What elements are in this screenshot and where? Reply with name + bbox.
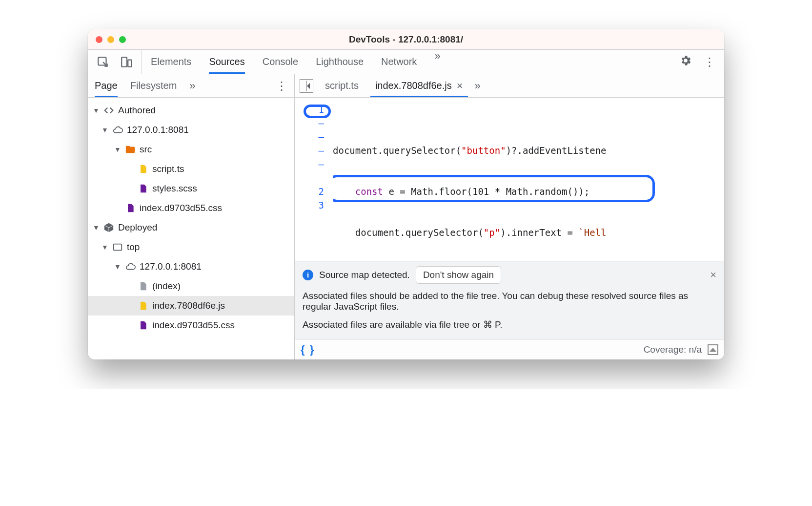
tree-label: src bbox=[140, 144, 152, 155]
pretty-print-icon[interactable]: { } bbox=[301, 343, 315, 356]
chevron-down-icon: ▼ bbox=[114, 263, 121, 271]
tab-sources[interactable]: Sources bbox=[209, 50, 244, 74]
tab-console[interactable]: Console bbox=[263, 50, 298, 74]
file-doc-icon bbox=[138, 281, 148, 292]
line-dash: – bbox=[295, 116, 324, 130]
file-js-icon bbox=[138, 300, 148, 311]
cloud-icon bbox=[112, 125, 123, 135]
inspect-element-icon[interactable] bbox=[97, 56, 109, 68]
tab-network[interactable]: Network bbox=[381, 50, 417, 74]
close-tab-icon[interactable]: × bbox=[457, 81, 463, 91]
navigator-tab-filesystem[interactable]: Filesystem bbox=[130, 74, 177, 97]
minimize-window-button[interactable] bbox=[107, 36, 114, 43]
settings-icon[interactable] bbox=[679, 54, 692, 69]
close-window-button[interactable] bbox=[96, 36, 102, 43]
chevron-down-icon: ▼ bbox=[93, 224, 100, 232]
infobar-body-1: Associated files should be added to the … bbox=[303, 291, 716, 312]
line-number: 1 bbox=[295, 103, 324, 116]
cloud-icon bbox=[125, 261, 136, 272]
editor-status-bar: { } Coverage: n/a bbox=[295, 339, 724, 359]
tree-label: index.d9703d55.css bbox=[152, 320, 235, 331]
tree-authored[interactable]: ▼ Authored bbox=[88, 101, 294, 120]
tree-file-index-css-b[interactable]: index.d9703d55.css bbox=[88, 316, 294, 335]
source-map-infobar: i Source map detected. Don't show again … bbox=[295, 261, 724, 339]
code-editor[interactable]: 1 – – – – 2 3 document.querySelector("bu… bbox=[295, 98, 724, 261]
tab-lighthouse[interactable]: Lighthouse bbox=[316, 50, 364, 74]
frame-icon bbox=[112, 242, 123, 253]
infobar-body-2: Associated files are available via file … bbox=[303, 319, 716, 330]
code-content: document.querySelector("button")?.addEve… bbox=[333, 103, 724, 261]
titlebar: DevTools - 127.0.0.1:8081/ bbox=[88, 29, 724, 50]
tree-host[interactable]: ▼ 127.0.0.1:8081 bbox=[88, 120, 294, 140]
svg-rect-3 bbox=[114, 244, 122, 251]
tree-label: index.d9703d55.css bbox=[140, 203, 222, 213]
close-infobar-icon[interactable]: × bbox=[710, 269, 716, 281]
navigator-tab-page[interactable]: Page bbox=[95, 74, 118, 97]
tree-host-deployed[interactable]: ▼ 127.0.0.1:8081 bbox=[88, 257, 294, 276]
editor-more-tabs-icon[interactable]: » bbox=[475, 80, 481, 92]
dont-show-again-button[interactable]: Don't show again bbox=[416, 266, 501, 284]
editor-tab-label: index.7808df6e.js bbox=[375, 80, 452, 91]
window-title: DevTools - 127.0.0.1:8081/ bbox=[88, 34, 724, 45]
tree-top[interactable]: ▼ top bbox=[88, 237, 294, 257]
more-tabs-icon[interactable]: » bbox=[434, 50, 440, 74]
tree-file-styles-scss[interactable]: styles.scss bbox=[88, 179, 294, 198]
tree-label: top bbox=[127, 242, 140, 253]
tree-label: Authored bbox=[118, 105, 156, 116]
code-icon bbox=[103, 105, 114, 116]
info-icon: i bbox=[303, 270, 313, 280]
tree-label: styles.scss bbox=[152, 183, 197, 194]
file-tree: ▼ Authored ▼ 127.0.0.1:8081 ▼ src bbox=[88, 98, 294, 359]
tree-label: (index) bbox=[152, 281, 181, 292]
device-toolbar-icon[interactable] bbox=[120, 56, 133, 68]
navigator-pane: Page Filesystem » ⋮ ▼ Authored ▼ 127.0.0… bbox=[88, 74, 295, 359]
tree-file-index-js[interactable]: index.7808df6e.js bbox=[88, 296, 294, 316]
editor-tab-script-ts[interactable]: script.ts bbox=[320, 74, 364, 97]
editor-tab-label: script.ts bbox=[325, 80, 359, 91]
editor-pane: script.ts index.7808df6e.js × » 1 – – – … bbox=[295, 74, 724, 359]
editor-tab-index-js[interactable]: index.7808df6e.js × bbox=[370, 74, 468, 97]
line-number: 2 bbox=[295, 185, 324, 198]
tab-elements[interactable]: Elements bbox=[151, 50, 191, 74]
line-dash: – bbox=[295, 130, 324, 144]
tree-label: 127.0.0.1:8081 bbox=[140, 261, 202, 272]
traffic-lights bbox=[96, 36, 126, 43]
chevron-down-icon: ▼ bbox=[114, 146, 121, 153]
chevron-down-icon: ▼ bbox=[93, 106, 100, 114]
folder-icon bbox=[125, 144, 136, 155]
package-icon bbox=[103, 222, 114, 233]
tree-label: Deployed bbox=[118, 222, 157, 233]
file-css-icon bbox=[138, 320, 148, 331]
tree-label: index.7808df6e.js bbox=[152, 300, 225, 311]
chevron-down-icon: ▼ bbox=[102, 243, 108, 251]
tree-deployed[interactable]: ▼ Deployed bbox=[88, 218, 294, 237]
file-css-icon bbox=[138, 183, 148, 194]
file-css-icon bbox=[125, 203, 136, 213]
line-dash: – bbox=[295, 157, 324, 171]
svg-rect-1 bbox=[122, 57, 127, 67]
tree-label: script.ts bbox=[152, 164, 184, 174]
file-js-icon bbox=[138, 164, 148, 174]
tree-file-index[interactable]: (index) bbox=[88, 276, 294, 296]
kebab-menu-icon[interactable]: ⋮ bbox=[704, 56, 715, 68]
line-numbers-gutter[interactable]: 1 – – – – 2 3 bbox=[295, 103, 333, 261]
tree-file-script-ts[interactable]: script.ts bbox=[88, 159, 294, 179]
coverage-label: Coverage: n/a bbox=[644, 344, 702, 355]
chevron-down-icon: ▼ bbox=[102, 126, 108, 134]
navigator-more-icon[interactable]: » bbox=[189, 80, 195, 92]
tree-label: 127.0.0.1:8081 bbox=[127, 125, 189, 135]
zoom-window-button[interactable] bbox=[119, 36, 126, 43]
panel-tabs-bar: Elements Sources Console Lighthouse Netw… bbox=[88, 50, 724, 74]
tree-src-folder[interactable]: ▼ src bbox=[88, 140, 294, 159]
line-dash: – bbox=[295, 144, 324, 157]
devtools-window: DevTools - 127.0.0.1:8081/ Elements Sour… bbox=[88, 29, 724, 359]
infobar-title: Source map detected. bbox=[319, 270, 410, 280]
navigator-kebab-icon[interactable]: ⋮ bbox=[276, 80, 287, 92]
show-console-drawer-icon[interactable] bbox=[708, 344, 718, 355]
svg-rect-2 bbox=[128, 60, 132, 66]
line-number: 3 bbox=[295, 198, 324, 212]
tree-file-index-css-a[interactable]: index.d9703d55.css bbox=[88, 198, 294, 218]
toggle-navigator-icon[interactable] bbox=[300, 79, 313, 93]
